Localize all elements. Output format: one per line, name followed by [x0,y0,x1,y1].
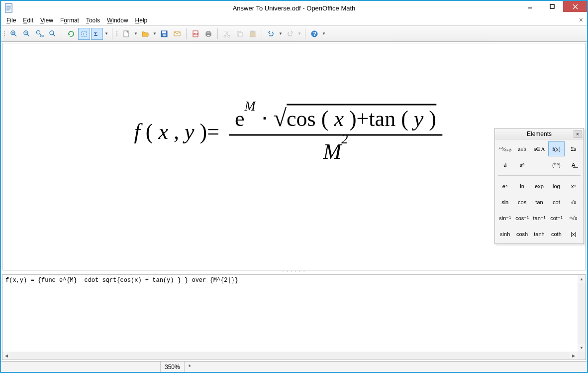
svg-point-15 [50,31,54,35]
scroll-left-icon[interactable]: ◀ [2,352,10,360]
toolbar: 100 I Σ ▼ ▼ ▼ PDF ▼ ▼ ? ▼ [1,26,587,42]
toolbar-grip[interactable] [3,31,6,36]
svg-rect-28 [207,31,210,33]
new-icon[interactable] [120,28,132,40]
mail-icon[interactable] [171,28,183,40]
formula-display: f ( x , y )= eM ⋅ √cos ( x )+tan ( y ) M… [134,104,442,164]
elements-category-0[interactable]: ⁺ᵃ⁄ₐ₊ᵦ [497,141,513,156]
menu-format[interactable]: Format [57,16,83,25]
toolbar-grip-2[interactable] [115,31,118,36]
elements-item-15[interactable]: sinh [497,227,513,242]
save-icon[interactable] [158,28,170,40]
elements-item-12[interactable]: tan⁻¹ [531,211,547,226]
elements-item-16[interactable]: cosh [514,227,530,242]
elements-category-2[interactable]: a∈A [531,141,547,156]
elements-category-7[interactable] [531,157,547,172]
redo-dropdown[interactable]: ▼ [297,28,302,40]
elements-item-2[interactable]: exp [531,179,547,194]
elements-item-0[interactable]: eˣ [497,179,513,194]
new-dropdown[interactable]: ▼ [133,28,138,40]
elements-item-18[interactable]: coth [548,227,564,242]
elements-header[interactable]: Elements × [495,128,584,139]
open-icon[interactable] [139,28,151,40]
scroll-down-icon[interactable]: ▼ [578,344,586,352]
redo-icon[interactable] [284,28,296,40]
svg-text:?: ? [313,31,316,37]
formula-cursor-icon[interactable]: Σ [91,28,103,40]
command-editor[interactable]: f(x,y) = {func e^{M} cdot sqrt{cos(x) + … [2,275,586,352]
elements-item-13[interactable]: cot⁻¹ [548,211,564,226]
main-area: f ( x , y )= eM ⋅ √cos ( x )+tan ( y ) M… [1,42,587,361]
elements-item-9[interactable]: √x [566,195,582,210]
menu-view[interactable]: View [37,16,57,25]
menu-tools[interactable]: Tools [83,16,103,25]
maximize-button[interactable] [541,1,563,12]
scroll-up-icon[interactable]: ▲ [578,275,586,283]
zoom-in-icon[interactable] [8,28,20,40]
refresh-icon[interactable] [65,28,77,40]
svg-rect-35 [252,31,254,32]
open-dropdown[interactable]: ▼ [152,28,157,40]
elements-panel[interactable]: Elements × ⁺ᵃ⁄ₐ₊ᵦa≤ba∈Af(x)Σaa⃗aᵃ(ᵇᵃ)A͟ … [494,128,584,244]
auto-update-icon[interactable]: I [78,28,90,40]
pdf-icon[interactable]: PDF [190,28,201,40]
formula-radicand: cos ( x )+tan ( y ) [287,104,436,131]
elements-item-5[interactable]: sin [497,195,513,210]
status-modified: * [184,362,204,372]
elements-item-4[interactable]: xʸ [566,179,582,194]
toolbar-dropdown-1[interactable]: ▼ [104,28,109,40]
zoom-fit-icon[interactable] [47,28,59,40]
menu-edit[interactable]: Edit [19,16,37,25]
print-icon[interactable] [202,28,214,40]
splitter-handle[interactable]: · · · · · · [1,269,587,273]
elements-category-4[interactable]: Σa [566,141,582,156]
elements-item-3[interactable]: log [548,179,564,194]
close-button[interactable] [563,1,587,12]
cut-icon[interactable] [221,28,233,40]
command-editor-wrap: f(x,y) = {func e^{M} cdot sqrt{cos(x) + … [2,274,586,360]
elements-item-11[interactable]: cos⁻¹ [514,211,530,226]
elements-item-6[interactable]: cos [514,195,530,210]
svg-text:Σ: Σ [94,31,98,37]
elements-category-9[interactable]: A͟ [566,157,582,172]
svg-point-31 [228,35,230,37]
elements-item-19[interactable]: |x| [566,227,582,242]
elements-category-8[interactable]: (ᵇᵃ) [548,157,564,172]
menu-window[interactable]: Window [103,16,132,25]
svg-rect-23 [163,34,166,36]
elements-item-10[interactable]: sin⁻¹ [497,211,513,226]
vertical-scrollbar[interactable]: ▲ ▼ [578,275,586,352]
svg-point-12 [37,30,40,34]
svg-line-10 [27,34,29,36]
menubar: File Edit View Format Tools Window Help … [1,15,587,26]
scroll-right-icon[interactable]: ▶ [570,352,578,360]
elements-category-5[interactable]: a⃗ [497,157,513,172]
help-icon[interactable]: ? [308,28,320,40]
svg-text:100: 100 [40,34,44,37]
menu-help[interactable]: Help [132,16,151,25]
elements-category-3[interactable]: f(x) [548,141,564,156]
elements-divider [498,175,581,176]
menu-file[interactable]: File [3,16,19,25]
undo-dropdown[interactable]: ▼ [278,28,283,40]
paste-icon[interactable] [247,28,259,40]
status-zoom[interactable]: 350% [160,362,184,372]
formula-lhs: f [134,120,140,144]
elements-item-17[interactable]: tanh [531,227,547,242]
undo-icon[interactable] [265,28,277,40]
elements-category-6[interactable]: aᵃ [514,157,530,172]
elements-category-1[interactable]: a≤b [514,141,530,156]
horizontal-scrollbar[interactable]: ◀ ▶ [2,352,586,360]
zoom-out-icon[interactable] [21,28,33,40]
elements-close-icon[interactable]: × [574,130,582,138]
elements-item-1[interactable]: ln [514,179,530,194]
copy-icon[interactable] [234,28,246,40]
zoom-100-icon[interactable]: 100 [34,28,46,40]
elements-item-8[interactable]: cot [548,195,564,210]
document-close-icon[interactable]: × [579,16,583,24]
formula-den-2: 2 [341,131,348,146]
toolbar-dropdown-2[interactable]: ▼ [321,28,326,40]
minimize-button[interactable] [519,1,541,12]
elements-item-7[interactable]: tan [531,195,547,210]
elements-item-14[interactable]: ⁿ√x [566,211,582,226]
